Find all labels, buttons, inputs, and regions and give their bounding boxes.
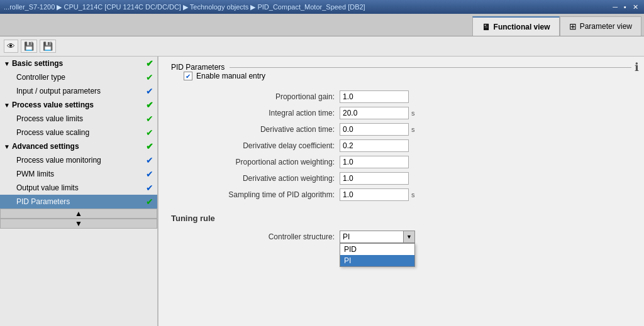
param-row-sampling-time: Sampling time of PID algorithm:s [196,188,631,201]
toolbar-view-button[interactable]: 👁 [4,40,18,53]
status-green-icon: ✔ [146,72,153,82]
controller-structure-row: Controller structure: PI ▼ PID PI [196,231,631,243]
sidebar: ▼Basic settings✔Controller type✔Input / … [0,57,158,326]
controller-structure-options: PID PI [340,243,415,267]
status-blue-icon: ✔ [146,86,153,96]
status-green-icon: ✔ [146,100,153,110]
status-green-icon: ✔ [146,141,153,151]
param-label-sampling-time: Sampling time of PID algorithm: [196,190,335,199]
sidebar-scroll-up[interactable]: ▲ [0,209,157,219]
expand-triangle-icon: ▼ [4,60,10,67]
status-blue-icon: ✔ [146,183,153,193]
content-panel: PID Parameters ✔ Enable manual entry Pro… [158,57,644,326]
expand-triangle-icon: ▼ [4,102,10,109]
enable-manual-entry-checkbox[interactable]: ✔ [184,72,192,80]
sidebar-item-pwm-limits[interactable]: PWM limits✔ [0,167,157,181]
status-blue-icon: ✔ [146,169,153,179]
sidebar-item-process-value-settings[interactable]: ▼Process value settings✔ [0,98,157,112]
sidebar-item-advanced-settings[interactable]: ▼Advanced settings✔ [0,139,157,153]
param-input-integral-action-time[interactable] [340,107,409,119]
info-icon-area: ℹ [635,60,639,74]
tuning-section: Tuning rule Controller structure: PI ▼ P… [171,214,631,243]
dropdown-arrow-icon[interactable]: ▼ [403,231,414,242]
status-blue-icon: ✔ [146,155,153,165]
param-input-proportional-gain[interactable] [340,90,409,103]
param-row-proportional-gain: Proportional gain: [196,90,631,103]
sidebar-item-label: Process value settings [12,101,94,109]
sidebar-item-process-value-scaling[interactable]: Process value scaling✔ [0,126,157,139]
sidebar-scroll-down[interactable]: ▼ [0,219,157,229]
maximize-button[interactable]: ▪ [622,3,628,11]
sidebar-item-controller-type[interactable]: Controller type✔ [0,70,157,84]
status-green-icon: ✔ [146,197,153,207]
sidebar-item-label: Advanced settings [12,142,79,151]
tab-parameter-label: Parameter view [580,22,632,31]
params-grid: Proportional gain:Integral action time:s… [196,90,631,201]
titlebar: ...roller_S7-1200 ▶ CPU_1214C [CPU 1214C… [0,0,644,14]
tab-parameter[interactable]: ⊞ Parameter view [560,16,641,36]
controller-structure-dropdown-wrapper: PI ▼ PID PI [340,231,415,243]
sidebar-item-label: Controller type [16,73,65,82]
param-label-integral-action-time: Integral action time: [196,109,335,117]
sidebar-item-label: PWM limits [16,170,54,178]
param-row-derivative-delay-coeff: Derivative delay coefficient: [196,139,631,152]
status-green-icon: ✔ [146,114,153,124]
minimize-button[interactable]: ─ [611,3,619,11]
toolbar: 👁 💾 💾 [0,36,644,57]
param-unit-derivative-action-time: s [411,126,420,133]
section-title: PID Parameters [171,63,631,72]
sidebar-item-process-value-monitoring[interactable]: Process value monitoring✔ [0,153,157,167]
param-row-derivative-action-time: Derivative action time:s [196,123,631,136]
param-input-derivative-delay-coeff[interactable] [340,139,409,152]
tab-functional[interactable]: 🖥 Functional view [472,16,560,36]
tuning-rule-title: Tuning rule [171,214,631,223]
status-green-icon: ✔ [146,128,153,138]
option-pid[interactable]: PID [340,244,414,255]
param-unit-sampling-time: s [411,191,420,198]
expand-triangle-icon: ▼ [4,143,10,150]
sidebar-item-basic-settings[interactable]: ▼Basic settings✔ [0,57,157,70]
sidebar-item-label: Process value monitoring [16,156,101,165]
param-row-proportional-action-weighting: Proportional action weighting: [196,156,631,168]
titlebar-controls: ─ ▪ ✕ [611,3,640,11]
sidebar-item-label: PID Parameters [16,197,70,206]
param-unit-integral-action-time: s [411,109,420,117]
titlebar-text: ...roller_S7-1200 ▶ CPU_1214C [CPU 1214C… [4,3,365,11]
param-label-derivative-action-time: Derivative action time: [196,125,335,134]
controller-structure-label: Controller structure: [196,232,335,241]
help-icon[interactable]: ℹ [635,61,639,73]
section-title-text: PID Parameters [171,63,225,72]
sidebar-item-label: Output value limits [16,183,79,192]
param-input-derivative-action-weighting[interactable] [340,172,409,185]
param-label-proportional-gain: Proportional gain: [196,92,335,101]
functional-view-icon: 🖥 [482,22,491,32]
toolbar-save-button-2[interactable]: 💾 [40,40,56,53]
param-row-integral-action-time: Integral action time:s [196,107,631,119]
close-button[interactable]: ✕ [631,3,640,11]
param-input-derivative-action-time[interactable] [340,123,409,136]
toolbar-save-button-1[interactable]: 💾 [21,40,37,53]
main-content: ▼Basic settings✔Controller type✔Input / … [0,57,644,326]
param-label-derivative-action-weighting: Derivative action weighting: [196,174,335,183]
sidebar-item-process-value-limits[interactable]: Process value limits✔ [0,112,157,126]
tabbar: 🖥 Functional view ⊞ Parameter view [0,14,644,36]
sidebar-item-input-output[interactable]: Input / output parameters✔ [0,84,157,98]
controller-structure-value: PI [340,232,403,241]
param-input-proportional-action-weighting[interactable] [340,156,409,168]
option-pi[interactable]: PI [340,255,414,266]
tab-functional-label: Functional view [494,23,550,31]
sidebar-item-label: Input / output parameters [16,87,101,95]
sidebar-item-pid-parameters[interactable]: PID Parameters✔ [0,195,157,209]
param-input-sampling-time[interactable] [340,188,409,201]
status-green-icon: ✔ [146,58,153,68]
sidebar-item-label: Basic settings [12,59,63,68]
param-label-proportional-action-weighting: Proportional action weighting: [196,158,335,166]
param-label-derivative-delay-coeff: Derivative delay coefficient: [196,141,335,150]
sidebar-item-output-value-limits[interactable]: Output value limits✔ [0,181,157,195]
enable-manual-entry-label: Enable manual entry [196,72,265,80]
sidebar-item-label: Process value limits [16,114,83,123]
enable-manual-entry-row: ✔ Enable manual entry [184,72,631,80]
sidebar-item-label: Process value scaling [16,128,89,137]
parameter-view-icon: ⊞ [569,21,577,31]
param-row-derivative-action-weighting: Derivative action weighting: [196,172,631,185]
